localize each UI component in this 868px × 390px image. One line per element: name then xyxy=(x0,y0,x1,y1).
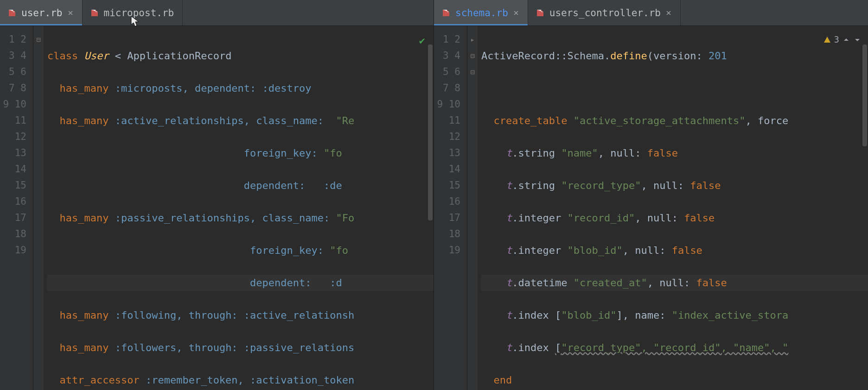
code-text: .index xyxy=(512,342,555,353)
keyword: attr_accessor xyxy=(60,374,140,386)
local-var: t xyxy=(506,147,512,159)
code-text: , null: xyxy=(647,277,696,289)
local-var: t xyxy=(506,180,512,191)
tab-label: schema.rb xyxy=(455,7,508,19)
string: "blob_id" xyxy=(567,245,622,256)
class-name: User xyxy=(84,50,108,62)
editor-right[interactable]: 1 2 3 4 5 6 7 8 9 10 11 12 13 14 15 16 1… xyxy=(434,26,868,390)
code-text xyxy=(60,277,250,289)
code-text: foreign_key: xyxy=(244,147,318,159)
code-text xyxy=(60,245,250,256)
code-text: , null: xyxy=(598,147,647,159)
code-text: :remember_token, :activation_token xyxy=(140,374,355,386)
keyword: create_table xyxy=(494,115,568,126)
code-text: < ApplicationRecord xyxy=(108,50,231,62)
tab-label: users_controller.rb xyxy=(549,7,661,19)
keyword: false xyxy=(647,147,678,159)
tab-user-rb[interactable]: user.rb xyxy=(0,0,83,25)
code-text: dependent: xyxy=(244,180,305,191)
keyword: has_many xyxy=(60,115,109,126)
keyword: end xyxy=(494,374,512,386)
code-text: , null: xyxy=(641,180,690,191)
fold-column[interactable]: ▸⊟⊟ xyxy=(467,26,478,390)
code-text: .string xyxy=(512,180,561,191)
scrollbar-thumb[interactable] xyxy=(428,44,433,220)
close-icon[interactable] xyxy=(513,10,519,16)
fold-column[interactable]: ⊟ xyxy=(33,26,44,390)
warning-icon xyxy=(823,36,831,44)
editor-left[interactable]: 1 2 3 4 5 6 7 8 9 10 11 12 13 14 15 16 1… xyxy=(0,26,434,390)
tab-micropost-rb[interactable]: micropost.rb xyxy=(83,0,183,25)
code-text: .index xyxy=(512,309,555,321)
close-icon[interactable] xyxy=(665,10,672,16)
scrollbar-thumb[interactable] xyxy=(862,44,867,146)
string: "created_at" xyxy=(574,277,647,289)
keyword: false xyxy=(672,245,702,256)
editor-pane-right: schema.rb users_controller.rb 1 2 3 4 5 … xyxy=(434,0,868,390)
editor-pane-left: user.rb micropost.rb 1 2 3 4 5 6 7 8 9 1… xyxy=(0,0,434,390)
local-var: t xyxy=(506,342,512,353)
tab-schema-rb[interactable]: schema.rb xyxy=(434,0,528,25)
string: "name" xyxy=(561,147,598,159)
code-text xyxy=(60,180,244,191)
code-text: :passive_relationships, class_name: xyxy=(108,212,336,224)
code-text: .integer xyxy=(512,245,567,256)
code-text: , null: xyxy=(623,245,672,256)
code-area-right[interactable]: ActiveRecord::Schema.define(version: 201… xyxy=(478,26,868,390)
code-text: dependent: xyxy=(250,277,311,289)
code-text: .string xyxy=(512,147,561,159)
string: "Fo xyxy=(336,212,355,224)
string: "record_type", "record_id", "name", " xyxy=(561,342,788,353)
ruby-file-icon xyxy=(90,8,99,18)
ruby-file-icon xyxy=(536,8,545,18)
method: define xyxy=(610,50,647,62)
line-number-gutter: 1 2 3 4 5 6 7 8 9 10 11 12 13 14 15 16 1… xyxy=(434,26,467,390)
code-text: .datetime xyxy=(512,277,573,289)
tab-label: micropost.rb xyxy=(104,7,174,19)
code-text: :followers, through: :passive_relations xyxy=(108,342,354,353)
inspection-widget[interactable]: 3 xyxy=(823,31,862,48)
keyword: has_many xyxy=(60,82,109,94)
tab-bar-left: user.rb micropost.rb xyxy=(0,0,434,26)
tab-users-controller-rb[interactable]: users_controller.rb xyxy=(528,0,681,25)
string: "fo xyxy=(330,245,348,256)
keyword: has_many xyxy=(60,309,109,321)
local-var: t xyxy=(506,309,512,321)
code-text: , null: xyxy=(635,212,684,224)
code-text: :microposts, dependent: :destroy xyxy=(108,82,311,94)
keyword: class xyxy=(47,50,84,62)
chevron-down-icon[interactable] xyxy=(853,36,862,44)
code-text: .integer xyxy=(512,212,567,224)
code-text: :following, through: :active_relationsh xyxy=(108,309,354,321)
symbol: :de xyxy=(324,180,342,191)
local-var: t xyxy=(506,212,512,224)
ruby-file-icon xyxy=(441,8,451,18)
string: "blob_id" xyxy=(561,309,616,321)
keyword: has_many xyxy=(60,342,109,353)
code-text: ActiveRecord::Schema. xyxy=(481,50,610,62)
code-text xyxy=(60,147,244,159)
inspection-ok-icon[interactable]: ✔ xyxy=(419,32,425,49)
ruby-file-icon xyxy=(7,8,17,18)
code-text: , name: xyxy=(623,309,672,321)
keyword: false xyxy=(684,212,715,224)
local-var: t xyxy=(506,277,512,289)
string: "fo xyxy=(324,147,342,159)
string: "active_storage_attachments" xyxy=(574,115,746,126)
tab-bar-right: schema.rb users_controller.rb xyxy=(434,0,868,26)
local-var: t xyxy=(506,245,512,256)
keyword: false xyxy=(690,180,721,191)
tab-label: user.rb xyxy=(21,7,63,19)
code-text: , force xyxy=(746,115,789,126)
string: "record_id" xyxy=(567,212,635,224)
chevron-up-icon[interactable] xyxy=(842,36,850,44)
keyword: false xyxy=(696,277,727,289)
string: "index_active_stora xyxy=(672,309,789,321)
keyword: has_many xyxy=(60,212,109,224)
code-text: (version: xyxy=(647,50,708,62)
warning-count: 3 xyxy=(834,31,839,48)
code-text: :active_relationships, class_name: xyxy=(108,115,336,126)
line-number-gutter: 1 2 3 4 5 6 7 8 9 10 11 12 13 14 15 16 1… xyxy=(0,26,33,390)
code-area-left[interactable]: class User < ApplicationRecord has_many … xyxy=(44,26,434,390)
close-icon[interactable] xyxy=(67,10,74,16)
